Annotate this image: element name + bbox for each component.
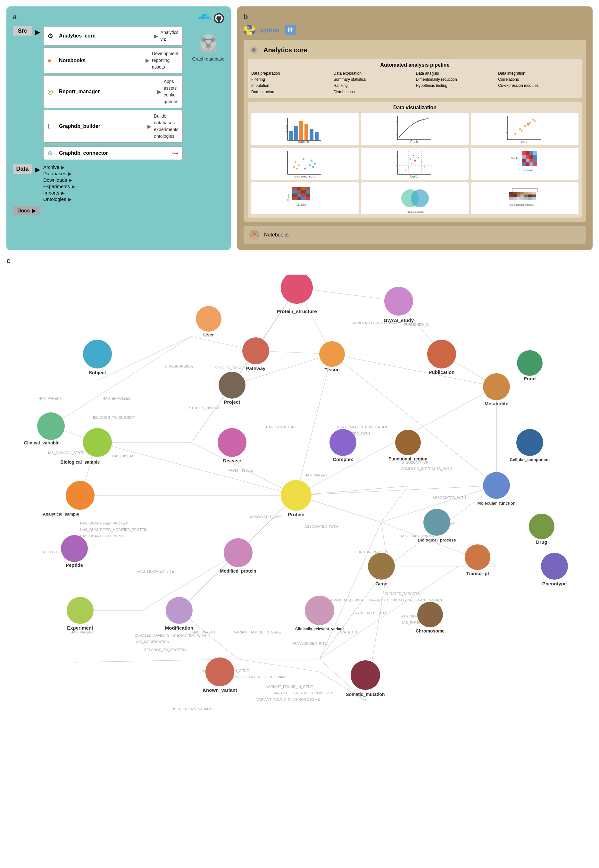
svg-point-42: [524, 125, 526, 127]
node-gene[interactable]: [368, 553, 395, 580]
svg-text:HAS_PARENT: HAS_PARENT: [38, 396, 62, 400]
data-items: Archive ▶ Databases ▶ Downloads ▶ Experi…: [43, 164, 75, 202]
node-user[interactable]: [196, 306, 221, 332]
svg-point-59: [309, 164, 311, 166]
databases-label: Databases: [43, 171, 66, 176]
notebooks-bar: Notebooks: [244, 226, 586, 244]
svg-point-41: [519, 128, 521, 130]
svg-point-31: [408, 127, 409, 128]
pipeline-col-3: Data analysis Dimentionality reduction H…: [416, 71, 497, 95]
svg-text:Gene: Gene: [375, 581, 387, 586]
module-items-graphdb: Builderdatabasesexperimentsontologies: [154, 113, 178, 140]
node-complex[interactable]: [330, 429, 357, 456]
svg-text:BELONGS_TO_SUBJECT: BELONGS_TO_SUBJECT: [93, 416, 135, 419]
svg-text:Clinically_relevant_variant: Clinically_relevant_variant: [295, 627, 343, 631]
svg-line-159: [51, 336, 191, 426]
node-analytical-sample[interactable]: [66, 481, 95, 510]
node-cellular-component[interactable]: [516, 429, 543, 456]
module-graphdb-builder: ℹ Graphdb_builder ▶ Builderdatabasesexpe…: [43, 110, 183, 143]
svg-rect-24: [315, 132, 319, 140]
node-subject[interactable]: [83, 339, 112, 368]
node-clinically-relevant-variant[interactable]: [305, 596, 334, 625]
node-clinical-variable[interactable]: [37, 412, 65, 440]
node-food[interactable]: [517, 350, 543, 376]
module-name-analytics: Analytics_core: [59, 33, 152, 39]
node-modification[interactable]: [166, 597, 193, 624]
node-publication[interactable]: [427, 339, 456, 368]
python-icon: [244, 24, 255, 36]
svg-text:log2 intensity: log2 intensity: [506, 120, 507, 135]
analytics-core-title: Analytics core: [248, 44, 582, 56]
svg-point-45: [521, 130, 523, 132]
node-drug[interactable]: [529, 514, 554, 539]
node-biological-sample[interactable]: [83, 428, 112, 457]
svg-rect-85: [533, 151, 537, 155]
svg-rect-112: [292, 197, 297, 200]
svg-text:IS_A_KNOWN_VARIANT: IS_A_KNOWN_VARIANT: [173, 707, 213, 711]
node-gwas-study[interactable]: [384, 287, 413, 315]
imports-label: Imports: [43, 190, 59, 195]
node-known-variant[interactable]: [205, 658, 234, 686]
node-pathway[interactable]: [242, 337, 269, 364]
svg-text:STUDIES_DISEASE: STUDIES_DISEASE: [189, 406, 221, 410]
svg-rect-140: [513, 197, 517, 200]
svg-text:TRANSLATED_INTO: TRANSLATED_INTO: [352, 611, 386, 615]
gear-large-icon: [248, 44, 260, 56]
svg-text:VARIANT_FOUND_IN_GENE: VARIANT_FOUND_IN_GENE: [234, 630, 281, 634]
viz-title: Data visualization: [251, 105, 578, 111]
module-items-notebooks: Developmentreportingassets: [152, 50, 179, 71]
svg-text:MENTIONED_IN_PUBLICATION: MENTIONED_IN_PUBLICATION: [337, 425, 388, 429]
github-icon: [214, 13, 224, 24]
node-protein-structure[interactable]: [281, 275, 313, 304]
node-functional-region[interactable]: [395, 429, 421, 455]
svg-text:Pathway: Pathway: [246, 366, 266, 371]
svg-point-46: [527, 123, 530, 126]
pipeline-section: Automated analysis pipeline Data prepara…: [248, 59, 582, 98]
node-protein[interactable]: [281, 480, 312, 511]
node-molecular-function[interactable]: [483, 472, 510, 499]
node-experiment[interactable]: [67, 597, 93, 624]
svg-rect-145: [532, 197, 536, 200]
data-label: Data: [13, 164, 32, 174]
docs-label: Docs: [17, 208, 30, 214]
module-heatmap: Variable Module: [251, 182, 359, 214]
umap-chart: t-SNE|UMAP|PC 1 t-SNE|UMAP|PC 2: [251, 148, 359, 180]
svg-point-40: [515, 133, 516, 135]
panel-c-label: c: [6, 257, 10, 265]
svg-point-58: [312, 166, 314, 168]
node-modified-protein[interactable]: [224, 538, 253, 567]
svg-text:Known_variant: Known_variant: [203, 687, 237, 693]
svg-text:HAS_QUANTIFIED_PROTEIN: HAS_QUANTIFIED_PROTEIN: [80, 521, 128, 525]
svg-point-70: [418, 157, 419, 158]
node-metabolite[interactable]: [483, 373, 510, 400]
panel-a: a: [6, 6, 231, 250]
svg-point-60: [303, 158, 304, 160]
node-chromosome[interactable]: [417, 602, 443, 628]
svg-rect-109: [297, 194, 301, 197]
node-biological-process[interactable]: [423, 509, 450, 536]
panel-c: c: [6, 257, 593, 717]
svg-text:Project overlap: Project overlap: [406, 210, 424, 213]
analytics-icon: ⚙: [47, 32, 56, 40]
node-transcript[interactable]: [465, 544, 491, 570]
pipeline-grid: Data preparation Filtering Imputation Da…: [251, 71, 578, 95]
svg-text:Co-expression modules: Co-expression modules: [510, 204, 534, 206]
node-disease[interactable]: [218, 428, 247, 457]
svg-rect-82: [522, 151, 525, 155]
svg-rect-3: [202, 14, 204, 16]
svg-text:VARIANT_FOUND_IN_CHROMOSOME: VARIANT_FOUND_IN_CHROMOSOME: [256, 698, 320, 701]
module-notebooks: ≡ Notebooks ▶ Developmentreportingassets: [43, 47, 183, 74]
node-peptide[interactable]: [61, 535, 88, 562]
svg-point-56: [310, 159, 313, 162]
bar-chart: Sample Count: [251, 113, 359, 145]
svg-point-35: [427, 118, 429, 119]
node-project[interactable]: [218, 372, 245, 399]
node-somatic-mutation[interactable]: [351, 660, 380, 690]
node-phenotype[interactable]: [541, 553, 568, 580]
svg-text:ASSOCIATED_WITH: ASSOCIATED_WITH: [433, 496, 466, 500]
svg-text:Count: Count: [286, 125, 287, 133]
svg-rect-126: [513, 192, 517, 194]
svg-text:Tissue: Tissue: [324, 367, 339, 372]
node-tissue[interactable]: [319, 341, 345, 367]
downloads-label: Downloads: [43, 177, 67, 183]
